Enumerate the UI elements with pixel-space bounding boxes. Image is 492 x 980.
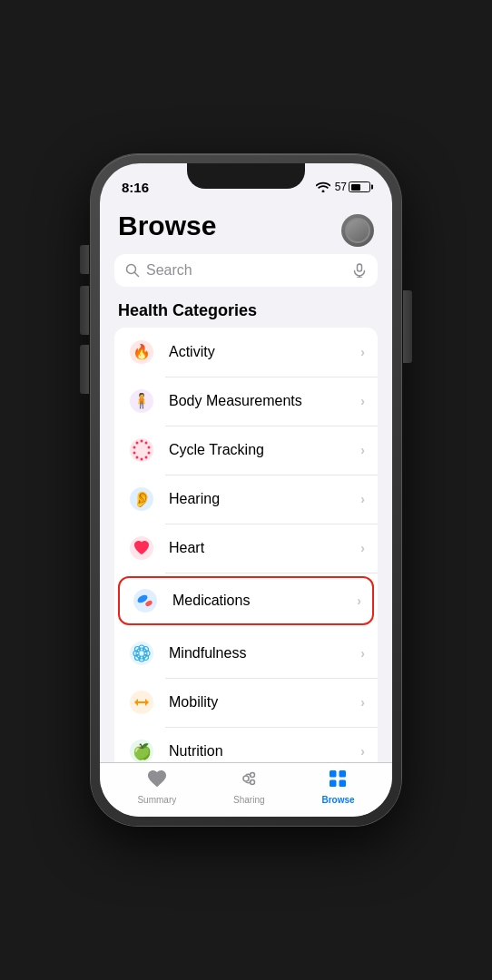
hearing-chevron: › [360,492,365,506]
heart-icon [127,534,156,563]
battery-percent: 57 [335,181,347,193]
cycle-tracking-label: Cycle Tracking [169,442,360,458]
notch [187,163,305,189]
page-title: Browse [118,211,216,240]
mindfulness-label: Mindfulness [169,645,360,662]
activity-label: Activity [169,344,360,360]
mic-icon[interactable] [352,263,367,278]
svg-point-16 [136,456,139,459]
heart-label: Heart [169,540,360,556]
category-item-medications[interactable]: Medications › [118,576,374,625]
svg-point-19 [136,442,139,445]
summary-tab-label: Summary [137,795,176,805]
svg-rect-46 [339,780,347,788]
summary-tab-icon [146,768,168,793]
svg-point-11 [145,442,148,445]
medications-icon [131,586,160,615]
svg-point-40 [243,776,249,781]
body-measurements-icon: 🧍 [127,387,156,416]
tab-sharing[interactable]: Sharing [219,764,279,808]
svg-text:🔥: 🔥 [133,343,151,360]
page-header: Browse [100,203,392,254]
svg-point-17 [133,452,136,455]
category-item-activity[interactable]: 🔥 Activity › [114,328,378,377]
tab-browse[interactable]: Browse [307,764,369,808]
category-item-heart[interactable]: Heart › [114,524,378,573]
category-item-mobility[interactable]: Mobility › [114,678,378,727]
category-item-mindfulness[interactable]: Mindfulness › [114,629,378,678]
body-measurements-label: Body Measurements [169,393,360,409]
phone-frame: 8:16 57 Browse [91,154,401,826]
status-icons: 57 [316,181,370,193]
svg-point-10 [141,440,143,443]
mindfulness-chevron: › [360,646,365,661]
browse-tab-icon [327,768,349,793]
hearing-icon: 👂 [127,485,156,514]
svg-text:🍏: 🍏 [133,742,153,761]
search-icon [125,263,140,278]
battery-icon: 57 [335,181,370,193]
svg-point-12 [148,446,151,449]
tab-bar: Summary Sharing [100,762,392,817]
nutrition-label: Nutrition [169,743,360,760]
sharing-tab-label: Sharing [233,795,264,805]
power-button[interactable] [403,290,412,363]
category-item-hearing[interactable]: 👂 Hearing › [114,475,378,524]
hearing-label: Hearing [169,491,360,507]
activity-chevron: › [360,345,365,359]
categories-list: 🔥 Activity › 🧍 Body Measurements [114,328,378,762]
search-placeholder: Search [146,262,346,279]
category-item-body-measurements[interactable]: 🧍 Body Measurements › [114,377,378,426]
svg-rect-45 [330,780,337,788]
svg-rect-44 [339,770,347,778]
volume-down-button[interactable] [80,345,89,394]
wifi-icon [316,181,330,192]
cycle-tracking-chevron: › [360,443,365,457]
sharing-tab-icon [238,768,260,793]
activity-icon: 🔥 [127,338,156,367]
nutrition-chevron: › [360,744,365,759]
volume-up-button[interactable] [80,286,89,335]
heart-chevron: › [360,541,365,555]
svg-point-13 [148,452,151,455]
cycle-tracking-icon [127,436,156,465]
medications-label: Medications [172,593,357,609]
status-time: 8:16 [122,180,149,195]
mute-button[interactable] [80,245,89,274]
battery-fill [351,184,360,191]
svg-rect-43 [330,770,337,778]
svg-line-1 [135,273,139,277]
tab-summary[interactable]: Summary [123,764,191,808]
category-item-nutrition[interactable]: 🍏 Nutrition › [114,727,378,762]
mobility-label: Mobility [169,694,360,710]
nutrition-icon: 🍏 [127,737,156,762]
mobility-icon [127,688,156,717]
svg-point-15 [141,458,143,461]
svg-point-18 [133,446,136,449]
search-bar[interactable]: Search [114,254,378,287]
browse-tab-label: Browse [321,795,354,805]
medications-chevron: › [357,593,361,608]
svg-rect-2 [358,264,362,271]
body-measurements-chevron: › [360,394,365,408]
section-title: Health Categories [100,301,392,328]
phone-screen: 8:16 57 Browse [100,163,392,817]
avatar-image [345,218,370,243]
category-item-cycle-tracking[interactable]: Cycle Tracking › [114,426,378,475]
mobility-chevron: › [360,695,365,710]
svg-text:👂: 👂 [133,490,153,509]
svg-point-14 [145,456,148,459]
screen-content[interactable]: Browse Search Heal [100,203,392,762]
mindfulness-icon [127,639,156,668]
svg-text:🧍: 🧍 [133,392,151,409]
battery-body [349,181,370,192]
avatar[interactable] [341,214,374,247]
